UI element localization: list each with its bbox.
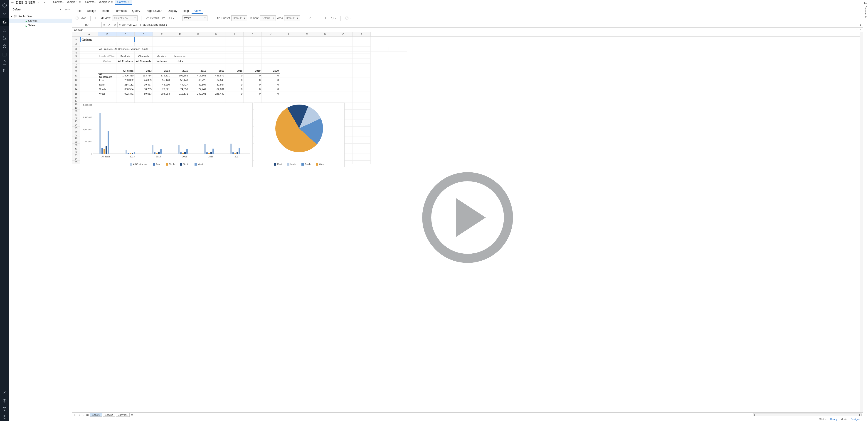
sheet-tab-2[interactable]: Canvas1 [116,413,130,417]
close-icon[interactable]: × [111,0,113,4]
color-select[interactable]: White▼ [183,15,208,21]
column-header-I[interactable]: I [225,32,244,36]
formula-input[interactable]: =PALO.VIEW.TITLE($B$5,$B$6,TRUE) [118,22,858,27]
svg-point-4 [3,28,6,29]
area-select[interactable]: Default▼ [284,15,300,21]
column-header-H[interactable]: H [207,32,225,36]
column-header-C[interactable]: C [117,32,134,36]
report-icon [25,24,27,27]
menu-file[interactable]: File [74,8,84,14]
column-header-J[interactable]: J [244,32,262,36]
rail-calendar-icon[interactable] [0,51,9,59]
height-button[interactable] [323,16,328,20]
bar-chart[interactable]: 0500,0001,000,0001,500,0002,000,000All Y… [80,102,253,167]
column-header-F[interactable]: F [171,32,189,36]
detach-button[interactable]: Detach [145,16,160,20]
first-sheet-icon[interactable]: ⏮ [73,414,77,416]
cancel-formula-icon[interactable]: × [103,23,105,27]
rail-user-icon[interactable] [0,388,9,396]
close-icon[interactable]: × [79,0,81,4]
select-view-dropdown[interactable]: Select view▼ [113,15,137,21]
rail-database-icon[interactable] [0,26,9,34]
menu-view[interactable]: View [192,8,204,14]
nav-forward-icon[interactable]: › [42,1,46,4]
menu-insert[interactable]: Insert [99,8,112,14]
nav-back-icon[interactable]: ‹ [37,1,41,4]
minimize-icon[interactable]: — [851,28,855,32]
maximize-icon[interactable]: ▢ [856,28,858,32]
cell-reference[interactable]: B2 [72,22,102,27]
rail-help-icon[interactable] [0,405,9,413]
view-ribbon: Save Edit view Select view▼ Detach ▾ Whi… [72,14,863,22]
edit-view-button[interactable]: Edit view [94,16,111,20]
database-options-button[interactable]: ▾ [65,7,70,12]
menu-help[interactable]: Help [180,8,192,14]
accept-formula-icon[interactable]: ✓ [108,23,110,27]
column-header-M[interactable]: M [298,32,316,36]
formula-expand-icon[interactable]: ▾ [858,22,863,27]
sheet-tab-0[interactable]: Sheet1 [90,413,102,417]
element-select[interactable]: Default▼ [260,15,276,21]
tree-item-canvas[interactable]: Canvas [9,19,72,23]
rail-info-icon[interactable] [0,396,9,405]
refresh-button[interactable]: ▾ [330,16,337,20]
column-header-K[interactable]: K [262,32,280,36]
menu-query[interactable]: Query [129,8,143,14]
comments-panel-collapsed[interactable]: Comments [863,0,868,421]
rail-dashboard-icon[interactable] [0,9,9,18]
width-button[interactable] [316,16,322,20]
select-all-corner[interactable] [72,32,80,36]
fx-icon[interactable]: fx [114,23,116,27]
comment-icon [864,1,867,5]
horizontal-scrollbar[interactable]: ◀▶ [753,414,862,416]
rail-home-icon[interactable] [0,1,9,9]
rail-settings-icon[interactable] [0,34,9,42]
column-header-A[interactable]: A [80,32,98,36]
format-button[interactable] [161,16,166,20]
column-header-G[interactable]: G [189,32,207,36]
rail-timer-icon[interactable] [0,42,9,51]
menu-page-layout[interactable]: Page Layout [143,8,165,14]
sidebar-toggle-icon[interactable]: ⇤ [10,1,14,4]
rail-tools-icon[interactable] [0,67,9,75]
rail-reports-icon[interactable] [0,18,9,26]
svg-rect-23 [163,17,165,18]
column-header-L[interactable]: L [280,32,298,36]
menu-formulas[interactable]: Formulas [112,8,129,14]
menu-row: Default▼ ▾ File Design Insert Formulas Q… [9,5,863,14]
last-sheet-icon[interactable]: ⏭ [86,414,89,416]
menu-display[interactable]: Display [165,8,180,14]
confirm-button[interactable]: ▾ [344,16,351,20]
database-select[interactable]: Default▼ [11,7,63,12]
selected-cell-b2[interactable]: Orders [80,37,134,42]
save-button[interactable]: Save [74,16,87,20]
add-sheet-icon[interactable]: ▭ [130,413,134,416]
subset-select[interactable]: Default▼ [231,15,247,21]
column-header-N[interactable]: N [316,32,334,36]
rail-store-icon[interactable] [0,59,9,67]
doc-tab-1[interactable]: Canvas - Example 2× [83,0,115,5]
column-header-E[interactable]: E [153,32,171,36]
column-header-B[interactable]: B [98,32,117,36]
grid-viewport[interactable]: ABCDEFGHIJKLMNOP 123All Products · All C… [72,32,860,412]
pie-chart[interactable]: EastNorthSouthWest [254,102,345,167]
prev-sheet-icon[interactable]: ‹ [78,414,81,416]
tree-root[interactable]: ▾ Public Files [9,14,72,19]
status-label: Status: [819,418,827,421]
edit-style-button[interactable] [308,16,313,20]
close-canvas-icon[interactable]: × [860,28,861,32]
column-header-P[interactable]: P [352,32,371,36]
tree-item-sales[interactable]: Sales [9,23,72,28]
vertical-scrollbar[interactable] [860,32,863,412]
column-header-O[interactable]: O [334,32,352,36]
svg-rect-24 [163,18,165,19]
doc-tab-2[interactable]: Canvas× [115,0,132,5]
close-icon[interactable]: × [128,0,129,4]
doc-tab-0[interactable]: Canvas - Example 1× [51,0,83,5]
column-header-D[interactable]: D [134,32,153,36]
menu-design[interactable]: Design [84,8,99,14]
rail-power-icon[interactable] [0,413,9,421]
null-filter-button[interactable]: ▾ [168,16,175,20]
sheet-tab-1[interactable]: Sheet2 [103,413,115,417]
next-sheet-icon[interactable]: › [82,414,85,416]
